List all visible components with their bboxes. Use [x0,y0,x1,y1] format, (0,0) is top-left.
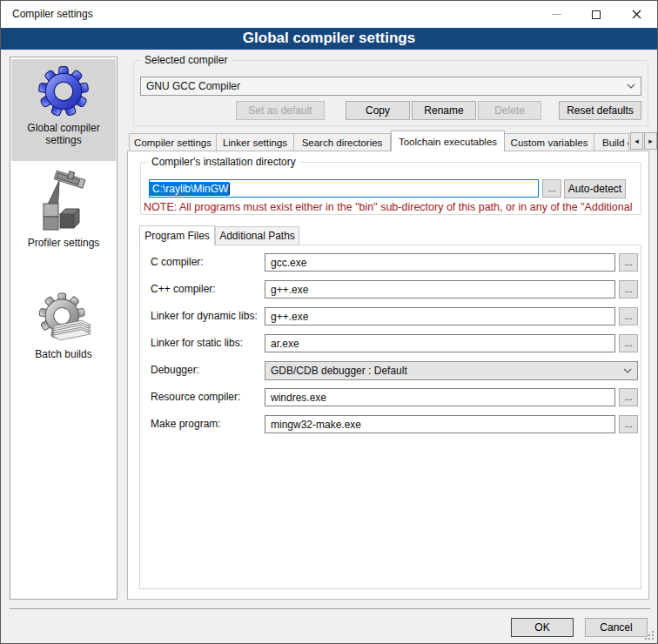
maximize-button[interactable] [576,1,616,28]
caliper-boxes-icon [37,171,91,233]
sidebar-item-label: Global compiler settings [11,120,116,151]
copy-button[interactable]: Copy [346,101,410,120]
window-controls [536,1,656,28]
bin-subdirectory-note: NOTE: All programs must exist either in … [144,201,641,213]
subtab-program-files[interactable]: Program Files [139,225,215,245]
minimize-button[interactable] [536,1,576,28]
field-label: C compiler: [151,256,204,268]
resource-compiler-input[interactable] [265,388,615,406]
blue-gear-icon [37,64,91,118]
field-label: Resource compiler: [151,391,240,403]
field-label: Linker for dynamic libs: [151,310,258,322]
tab-search-directories[interactable]: Search directories [294,133,391,151]
close-button[interactable] [616,1,656,28]
tab-build-options[interactable]: Build options [594,133,629,151]
c-compiler-input[interactable] [265,253,615,272]
minimize-icon [552,14,561,15]
auto-detect-button[interactable]: Auto-detect [564,179,626,198]
tab-scroll-controls: ◂ ▸ [629,132,657,641]
maximize-icon [592,10,601,19]
compiler-settings-dialog: Compiler settings Global compiler settin… [0,0,658,644]
linker-static-input[interactable] [265,334,615,352]
make-program-input[interactable] [265,415,615,433]
cpp-compiler-input[interactable] [265,280,615,299]
linker-dynamic-input[interactable] [265,307,615,325]
field-row-linker-static: Linker for static libs: ... [1,334,658,353]
sidebar-item-label: Profiler settings [11,235,116,254]
field-row-linker-dynamic: Linker for dynamic libs: ... [1,307,658,326]
field-row-cpp-compiler: C++ compiler: ... [1,280,658,299]
group-label: Compiler's installation directory [148,156,299,168]
chevron-down-icon [621,84,641,89]
set-as-default-button[interactable]: Set as default [236,101,325,120]
tab-linker-settings[interactable]: Linker settings [217,133,294,151]
field-row-make-program: Make program: ... [1,415,658,434]
sidebar-item-profiler-settings[interactable]: Profiler settings [11,165,116,258]
field-label: Linker for static libs: [151,337,243,349]
reset-defaults-button[interactable]: Reset defaults [559,101,641,120]
close-icon [632,10,641,19]
delete-button[interactable]: Delete [478,101,541,120]
ok-button[interactable]: OK [511,618,574,637]
tab-scroll-right-icon[interactable]: ▸ [644,132,657,150]
compiler-tabs: Compiler settings Linker settings Search… [129,131,629,151]
field-label: Make program: [151,418,221,430]
sidebar-item-global-compiler-settings[interactable]: Global compiler settings [11,59,116,161]
tab-scroll-left-icon[interactable]: ◂ [630,132,643,150]
installation-directory-input[interactable]: C:\raylib\MinGW [149,179,539,198]
field-row-c-compiler: C compiler: ... [1,253,658,272]
window-title: Compiler settings [12,8,93,20]
compiler-select-value: GNU GCC Compiler [141,80,621,92]
debugger-select-value: GDB/CDB debugger : Default [265,365,618,377]
tab-toolchain-executables[interactable]: Toolchain executables [391,131,505,151]
field-row-resource-compiler: Resource compiler: ... [1,388,658,407]
tab-custom-variables[interactable]: Custom variables [505,133,594,151]
debugger-select[interactable]: GDB/CDB debugger : Default [265,361,638,380]
settings-sidebar: Global compiler settings [10,57,118,600]
rename-button[interactable]: Rename [412,101,476,120]
compiler-select[interactable]: GNU GCC Compiler [140,77,641,96]
footer-separator [10,608,650,609]
field-row-debugger: Debugger: GDB/CDB debugger : Default [1,361,658,380]
titlebar: Compiler settings [1,1,657,28]
dialog-header: Global compiler settings [1,28,657,50]
browse-directory-button[interactable]: ... [542,179,561,198]
subtab-additional-paths[interactable]: Additional Paths [215,226,299,245]
field-label: C++ compiler: [151,283,216,295]
selected-path-text: C:\raylib\MinGW [150,182,229,196]
text-caret [229,183,230,195]
group-label: Selected compiler [141,54,231,66]
field-label: Debugger: [151,364,199,376]
tab-compiler-settings[interactable]: Compiler settings [129,133,217,151]
